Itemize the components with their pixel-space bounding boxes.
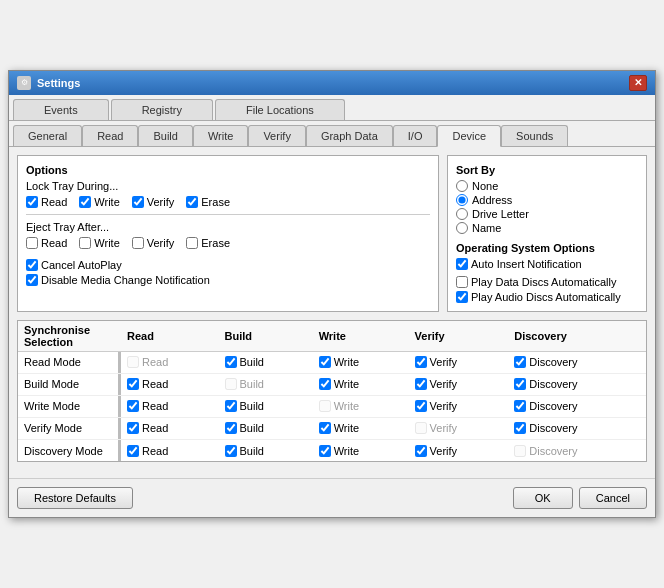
- tab-row-bottom: General Read Build Write Verify Graph Da…: [9, 121, 655, 147]
- sync-build-cell-3: Build: [219, 417, 313, 439]
- tab-general[interactable]: General: [13, 125, 82, 146]
- play-data-item: Play Data Discs Automatically: [456, 276, 638, 288]
- sync-build-cell-1: Build: [219, 373, 313, 395]
- cancel-autoplay-label: Cancel AutoPlay: [41, 259, 122, 271]
- ok-button[interactable]: OK: [513, 487, 573, 509]
- tab-build[interactable]: Build: [138, 125, 192, 146]
- sort-drive-radio[interactable]: [456, 208, 468, 220]
- sync-verify-checkbox-0[interactable]: [415, 356, 427, 368]
- disable-media-checkbox[interactable]: [26, 274, 38, 286]
- tab-sounds[interactable]: Sounds: [501, 125, 568, 146]
- tab-graph-data[interactable]: Graph Data: [306, 125, 393, 146]
- sync-discovery-checkbox-1[interactable]: [514, 378, 526, 390]
- sync-verify-checkbox-3: [415, 422, 427, 434]
- eject-erase-item: Erase: [186, 237, 230, 249]
- os-options-section: Operating System Options Auto Insert Not…: [456, 242, 638, 303]
- titlebar-icon: ⚙: [17, 76, 31, 90]
- sync-verify-checkbox-4[interactable]: [415, 445, 427, 457]
- tab-events[interactable]: Events: [13, 99, 109, 120]
- sync-read-checkbox-2[interactable]: [127, 400, 139, 412]
- sync-title: Synchronise Selection: [18, 321, 121, 352]
- titlebar-title: Settings: [37, 77, 80, 89]
- sort-address-radio[interactable]: [456, 194, 468, 206]
- eject-write-item: Write: [79, 237, 119, 249]
- sync-table: Synchronise Selection Read Build Write V…: [18, 321, 646, 462]
- eject-write-checkbox[interactable]: [79, 237, 91, 249]
- sync-write-cell-3: Write: [313, 417, 409, 439]
- sync-row-4: Discovery Mode ReadBuildWriteVerifyDisco…: [18, 439, 646, 461]
- sort-none-item: None: [456, 180, 638, 192]
- sync-build-label-1: Build: [240, 378, 264, 390]
- sync-write-cell-0: Write: [313, 351, 409, 373]
- auto-insert-checkbox[interactable]: [456, 258, 468, 270]
- eject-verify-label: Verify: [147, 237, 175, 249]
- tab-device[interactable]: Device: [437, 125, 501, 147]
- eject-verify-checkbox[interactable]: [132, 237, 144, 249]
- sync-verify-checkbox-2[interactable]: [415, 400, 427, 412]
- sync-read-cell-3: Read: [121, 417, 218, 439]
- sync-read-checkbox-4[interactable]: [127, 445, 139, 457]
- sync-build-checkbox-2[interactable]: [225, 400, 237, 412]
- sync-build-label-4: Build: [240, 445, 264, 457]
- sort-none-radio[interactable]: [456, 180, 468, 192]
- auto-insert-label: Auto Insert Notification: [471, 258, 582, 270]
- close-button[interactable]: ✕: [629, 75, 647, 91]
- eject-erase-checkbox[interactable]: [186, 237, 198, 249]
- lock-verify-checkbox[interactable]: [132, 196, 144, 208]
- sync-verify-checkbox-1[interactable]: [415, 378, 427, 390]
- cancel-button[interactable]: Cancel: [579, 487, 647, 509]
- play-audio-checkbox[interactable]: [456, 291, 468, 303]
- sync-read-label-3: Read: [142, 422, 168, 434]
- sync-read-checkbox-1[interactable]: [127, 378, 139, 390]
- tab-read[interactable]: Read: [82, 125, 138, 146]
- tab-io[interactable]: I/O: [393, 125, 438, 146]
- lock-read-checkbox[interactable]: [26, 196, 38, 208]
- sync-build-checkbox-4[interactable]: [225, 445, 237, 457]
- sync-discovery-checkbox-3[interactable]: [514, 422, 526, 434]
- sync-read-cell-2: Read: [121, 395, 218, 417]
- play-data-checkbox[interactable]: [456, 276, 468, 288]
- sync-row-0: Read Mode ReadBuildWriteVerifyDiscovery: [18, 351, 646, 373]
- sync-read-checkbox-3[interactable]: [127, 422, 139, 434]
- cancel-autoplay-checkbox[interactable]: [26, 259, 38, 271]
- disable-media-item: Disable Media Change Notification: [26, 274, 430, 286]
- sync-write-checkbox-0[interactable]: [319, 356, 331, 368]
- sort-by-title: Sort By: [456, 164, 638, 176]
- sync-header-row: Synchronise Selection Read Build Write V…: [18, 321, 646, 352]
- content-area: Options Lock Tray During... Read Write V…: [9, 147, 655, 471]
- sync-build-checkbox-3[interactable]: [225, 422, 237, 434]
- tab-verify[interactable]: Verify: [248, 125, 306, 146]
- tab-row-top: Events Registry File Locations: [9, 95, 655, 121]
- sync-build-checkbox-0[interactable]: [225, 356, 237, 368]
- sync-section: Synchronise Selection Read Build Write V…: [17, 320, 647, 463]
- lock-write-checkbox[interactable]: [79, 196, 91, 208]
- sync-write-checkbox-1[interactable]: [319, 378, 331, 390]
- lock-erase-checkbox[interactable]: [186, 196, 198, 208]
- sync-discovery-checkbox-0[interactable]: [514, 356, 526, 368]
- tab-file-locations[interactable]: File Locations: [215, 99, 345, 120]
- sync-header-verify: Verify: [409, 321, 509, 352]
- titlebar-left: ⚙ Settings: [17, 76, 80, 90]
- sort-drive-label: Drive Letter: [472, 208, 529, 220]
- sync-verify-label-3: Verify: [430, 422, 458, 434]
- sync-build-checkbox-1: [225, 378, 237, 390]
- sync-verify-label-1: Verify: [430, 378, 458, 390]
- eject-tray-label: Eject Tray After...: [26, 221, 430, 233]
- sync-discovery-label-1: Discovery: [529, 378, 577, 390]
- eject-write-label: Write: [94, 237, 119, 249]
- restore-defaults-button[interactable]: Restore Defaults: [17, 487, 133, 509]
- sync-write-checkbox-4[interactable]: [319, 445, 331, 457]
- sync-verify-cell-0: Verify: [409, 351, 509, 373]
- eject-read-checkbox[interactable]: [26, 237, 38, 249]
- sync-discovery-checkbox-2[interactable]: [514, 400, 526, 412]
- tab-registry[interactable]: Registry: [111, 99, 213, 120]
- sync-write-label-3: Write: [334, 422, 359, 434]
- tab-write[interactable]: Write: [193, 125, 248, 146]
- sync-build-cell-2: Build: [219, 395, 313, 417]
- lock-tray-row: Read Write Verify Erase: [26, 196, 430, 208]
- sync-write-checkbox-3[interactable]: [319, 422, 331, 434]
- lock-erase-item: Erase: [186, 196, 230, 208]
- sort-name-radio[interactable]: [456, 222, 468, 234]
- play-audio-label: Play Audio Discs Automatically: [471, 291, 621, 303]
- sync-build-label-0: Build: [240, 356, 264, 368]
